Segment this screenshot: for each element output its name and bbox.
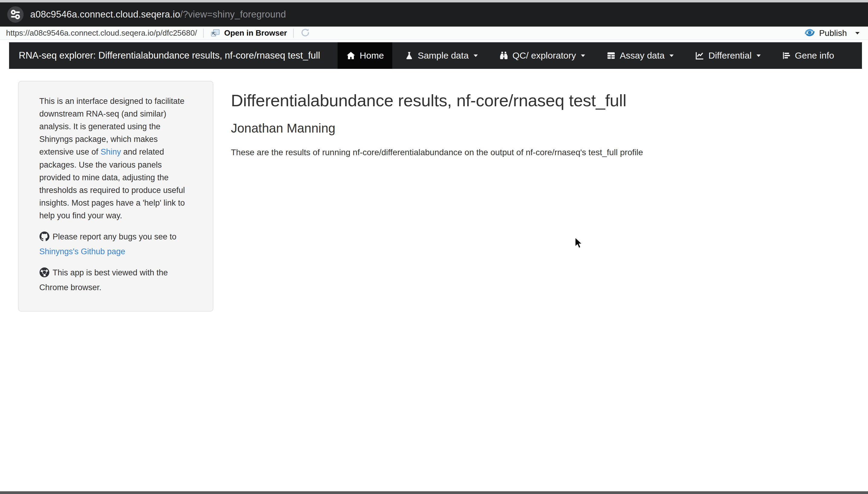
bugs-paragraph: Please report any bugs you see to Shinyn…: [39, 230, 194, 258]
page-author: Jonathan Manning: [231, 121, 643, 136]
nav-item-gene-info[interactable]: Gene info: [773, 42, 843, 69]
publish-label: Publish: [819, 28, 847, 38]
open-in-browser-icon: [210, 28, 221, 39]
nav-item-label: Sample data: [418, 51, 468, 61]
nav-item-label: QC/ exploratory: [512, 51, 576, 61]
nav-menu: Home Sample data: [330, 42, 862, 69]
nav-item-differential[interactable]: Differential: [686, 42, 770, 69]
line-chart-icon: [695, 51, 705, 60]
chevron-down-icon: [473, 54, 478, 57]
chrome-icon: [39, 267, 50, 281]
intro-paragraph: This is an interface designed to facilit…: [39, 95, 194, 222]
publish-icon: [803, 26, 816, 40]
home-icon: [346, 51, 356, 60]
app-navbar: RNA-seq explorer: Differentialabundance …: [9, 42, 862, 69]
url-query: /?view=shiny_foreground: [180, 9, 286, 20]
window-top-edge: [0, 0, 868, 2]
url-host: a08c9546a.connect.cloud.seqera.io: [30, 9, 180, 20]
toolbar-right: Publish: [803, 26, 860, 40]
main-content: Differentialabundance results, nf-core/r…: [231, 81, 643, 157]
intro-panel: This is an interface designed to facilit…: [18, 81, 213, 311]
nav-item-label: Differential: [708, 51, 752, 61]
toolbar-divider: [203, 29, 204, 38]
window-bottom-edge: [0, 491, 868, 494]
chevron-down-icon: [669, 54, 674, 57]
publish-caret-icon[interactable]: [855, 32, 860, 35]
chevron-down-icon: [756, 54, 761, 57]
refresh-icon: [300, 27, 311, 39]
address-url[interactable]: a08c9546a.connect.cloud.seqera.io/?view=…: [30, 9, 286, 20]
shiny-link[interactable]: Shiny: [101, 147, 121, 156]
nav-item-label: Gene info: [795, 51, 834, 61]
page-body: This is an interface designed to facilit…: [0, 69, 868, 311]
github-icon: [39, 231, 50, 245]
page-title: Differentialabundance results, nf-core/r…: [231, 91, 643, 110]
bar-chart-icon: [782, 51, 791, 60]
nav-item-label: Home: [360, 51, 384, 61]
nav-item-qc-exploratory[interactable]: QC/ exploratory: [490, 42, 594, 69]
chrome-paragraph: This app is best viewed with the Chrome …: [39, 266, 194, 294]
browser-address-bar: a08c9546a.connect.cloud.seqera.io/?view=…: [0, 2, 868, 26]
bugs-text: Please report any bugs you see to: [53, 232, 177, 241]
toolbar-divider: [293, 29, 294, 38]
nav-item-assay-data[interactable]: Assay data: [598, 42, 683, 69]
publish-button[interactable]: Publish: [803, 26, 847, 40]
site-settings-icon[interactable]: [7, 6, 24, 23]
chrome-text: This app is best viewed with the Chrome …: [39, 268, 168, 292]
table-icon: [606, 51, 616, 60]
refresh-button[interactable]: [300, 27, 311, 39]
binoculars-icon: [499, 51, 509, 60]
screen: a08c9546a.connect.cloud.seqera.io/?view=…: [0, 0, 868, 494]
shinyngs-github-link[interactable]: Shinyngs's Github page: [39, 247, 125, 256]
open-in-browser-button[interactable]: Open in Browser: [210, 28, 287, 39]
nav-item-label: Assay data: [620, 51, 665, 61]
page-description: These are the results of running nf-core…: [231, 148, 643, 157]
intro-text: and related packages. Use the various pa…: [39, 147, 185, 220]
open-in-browser-label: Open in Browser: [224, 28, 287, 38]
nav-item-sample-data[interactable]: Sample data: [396, 42, 486, 69]
connect-toolbar: https://a08c9546a.connect.cloud.seqera.i…: [0, 26, 868, 40]
toolbar-left: https://a08c9546a.connect.cloud.seqera.i…: [6, 26, 311, 40]
preview-url: https://a08c9546a.connect.cloud.seqera.i…: [6, 28, 197, 38]
nav-item-home[interactable]: Home: [338, 42, 392, 69]
navbar-brand: RNA-seq explorer: Differentialabundance …: [9, 42, 330, 69]
flask-icon: [405, 51, 414, 60]
chevron-down-icon: [581, 54, 585, 57]
